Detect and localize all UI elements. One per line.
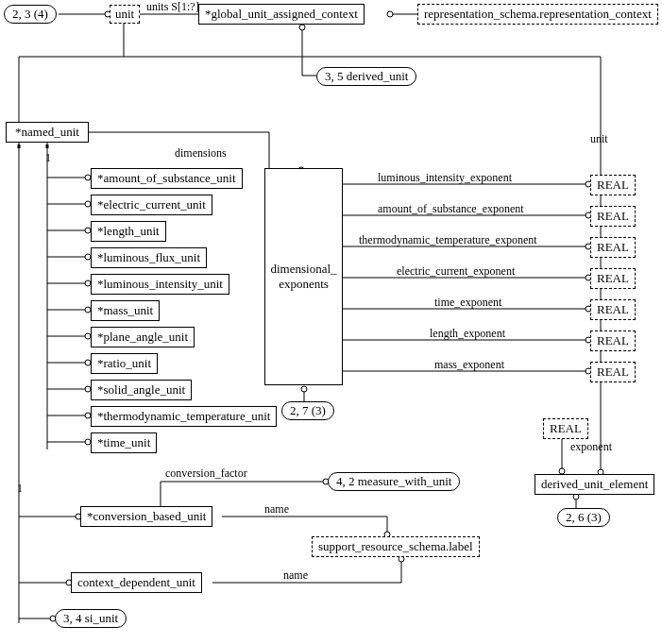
length-unit: *length_unit [91,221,166,242]
units-s-label: units S[1:?] [146,0,199,14]
svg-point-56 [301,386,307,392]
inherit-one-a: 1 [45,151,51,165]
representation-schema-representation-context: representation_schema.representation_con… [417,4,658,25]
plane-angle-unit: *plane_angle_unit [91,327,195,347]
svg-point-4 [387,11,393,17]
page-ref-2-6-3: 2, 6 (3) [557,508,610,527]
electric-current-unit: *electric_current_unit [91,195,212,215]
exponent-label: exponent [570,440,612,454]
name-label-b: name [283,568,308,583]
real-7: REAL [590,362,636,382]
global-unit-assigned-context: *global_unit_assigned_context [198,4,365,25]
unit-role-label: unit [590,132,608,146]
exp-time: time_exponent [434,296,501,310]
amount-of-substance-unit: *amount_of_substance_unit [91,168,243,189]
page-ref-derived-unit: 3, 5 derived_unit [316,67,416,86]
exp-length: length_exponent [430,327,505,341]
real-4: REAL [590,268,636,289]
derived-unit-element: derived_unit_element [535,474,654,495]
real-2: REAL [590,206,636,227]
context-dependent-unit: context_dependent_unit [71,572,202,593]
thermodynamic-temperature-unit: *thermodynamic_temperature_unit [91,406,277,427]
name-label-a: name [264,502,289,517]
conversion-based-unit: *conversion_based_unit [80,506,212,527]
page-ref-2-3-4: 2, 3 (4) [4,5,57,24]
real-1: REAL [590,175,636,195]
luminous-intensity-unit: *luminous_intensity_unit [91,274,229,295]
unit-select-box: unit [110,5,140,24]
exp-mass: mass_exponent [434,358,504,372]
page-ref-2-7-3: 2, 7 (3) [281,401,334,420]
exp-amount-of-substance: amount_of_substance_exponent [378,202,524,216]
svg-point-6 [299,25,305,30]
time-unit: *time_unit [91,432,157,453]
dimensions-label: dimensions [175,146,227,161]
ratio-unit: *ratio_unit [91,353,158,374]
exp-thermodynamic-temperature: thermodynamic_temperature_exponent [359,233,537,247]
page-ref-measure-with-unit: 4, 2 measure_with_unit [328,472,460,491]
exp-luminous-intensity: luminous_intensity_exponent [378,171,512,185]
mass-unit: *mass_unit [91,300,160,321]
real-3: REAL [590,237,636,258]
page-ref-si-unit: 3, 4 si_unit [55,609,127,628]
real-5: REAL [590,299,636,320]
inherit-one-b: 1 [17,482,23,496]
luminous-flux-unit: *luminous_flux_unit [91,247,207,268]
support-resource-schema-label: support_resource_schema.label [312,536,480,557]
conversion-factor-label: conversion_factor [165,466,247,481]
real-6: REAL [590,330,636,351]
real-exponent: REAL [543,418,588,439]
exp-electric-current: electric_current_exponent [397,264,515,279]
dimensional-exponents: dimensional_ exponents [264,168,343,385]
named-unit: *named_unit [6,122,89,143]
solid-angle-unit: *solid_angle_unit [91,380,192,400]
